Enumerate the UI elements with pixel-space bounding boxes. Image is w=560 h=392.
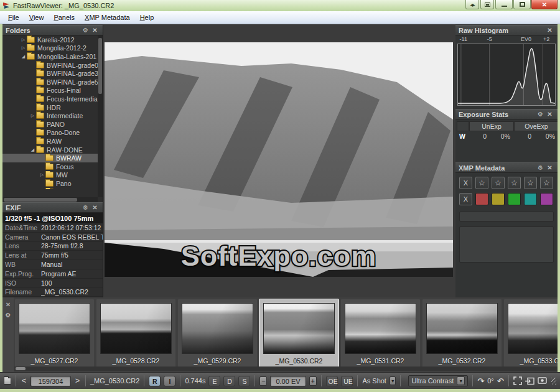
close-icon[interactable]: ✕ — [545, 111, 554, 118]
filmstrip-thumbnail[interactable]: _MG_0527.CR2 — [14, 299, 95, 368]
underexposure-toggle[interactable]: UE — [341, 376, 353, 386]
next-file-button[interactable]: > — [74, 376, 81, 385]
menu-item-help[interactable]: Help — [136, 12, 159, 22]
main-photo[interactable]: SoftExpo.com — [105, 42, 453, 277]
close-button[interactable]: ✕ — [531, 0, 558, 9]
folder-tree-item[interactable]: HDR — [2, 103, 98, 112]
gear-icon[interactable]: ⚙ — [536, 164, 545, 171]
folder-tree-item[interactable]: BWRAW — [2, 154, 98, 162]
maximize-button[interactable] — [513, 0, 531, 9]
resize-grip[interactable] — [551, 378, 556, 385]
xmp-label-input[interactable] — [459, 212, 554, 222]
star-rating-button[interactable]: ☆ — [540, 177, 553, 189]
folder-tree-item[interactable]: OO — [2, 188, 98, 189]
star-rating-button[interactable]: ☆ — [492, 177, 505, 189]
folder-label: BWFINAL-grade3 — [47, 70, 98, 77]
float-window-button[interactable] — [480, 0, 494, 9]
color-label-button[interactable] — [540, 193, 553, 205]
menu-item-panels[interactable]: Panels — [49, 12, 79, 22]
rotate-ccw-button[interactable]: ↶ — [497, 376, 504, 386]
star-rating-button[interactable]: ☆ — [475, 177, 488, 189]
chevron-collapsed-icon[interactable]: ▷ — [20, 45, 27, 50]
star-rating-button[interactable]: ☆ — [508, 177, 521, 189]
folder-tree-item[interactable]: Pano-Done — [2, 129, 98, 138]
menu-item-xmp-metadata[interactable]: XMP Metadata — [80, 12, 134, 22]
chevron-collapsed-icon[interactable]: ▷ — [29, 113, 36, 118]
chevron-expanded-icon[interactable]: ◢ — [29, 147, 36, 152]
menu-item-view[interactable]: View — [25, 12, 49, 22]
folder-tree-item[interactable]: BWFINAL-grade3 — [2, 69, 98, 78]
folder-tree-item[interactable]: BWFINAL-grade5 — [2, 78, 98, 86]
color-label-button[interactable] — [508, 193, 521, 205]
filmstrip-thumbnail[interactable]: _MG_0528.CR2 — [96, 299, 176, 368]
overexposure-toggle[interactable]: OE — [326, 376, 338, 386]
details-button[interactable]: D — [223, 376, 235, 386]
chevron-collapsed-icon[interactable]: ▷ — [20, 37, 27, 42]
close-icon[interactable]: ✕ — [545, 164, 554, 171]
switch-display-button[interactable] — [525, 376, 534, 386]
contrast-selector[interactable]: Ultra Contrast ▾ — [408, 375, 468, 386]
menu-item-file[interactable]: File — [4, 12, 24, 22]
raw-mode-button[interactable]: R — [149, 376, 161, 386]
filmstrip-thumbnail[interactable]: _MG_0533.CR2 — [503, 299, 558, 368]
color-label-button[interactable] — [475, 193, 488, 205]
folder-icon — [45, 155, 54, 161]
folders-horizontal-scrollbar[interactable] — [2, 197, 98, 202]
xmp-notes-field[interactable] — [459, 226, 554, 263]
ev-decrease-button[interactable]: − — [259, 376, 267, 386]
folder-tree-item[interactable]: ▷Mongolia-2012-2 — [2, 44, 98, 53]
file-counter: 159/304 — [30, 376, 71, 386]
close-icon[interactable]: ✕ — [90, 204, 100, 211]
filmstrip-thumbnail[interactable]: _MG_0530.CR2 — [259, 299, 339, 368]
contrast-dropdown[interactable]: ▾ — [457, 376, 465, 385]
filmstrip-scrollbar[interactable] — [14, 366, 558, 371]
folder-tree-item[interactable]: ▷Karelia-2012 — [2, 35, 98, 44]
gear-icon[interactable]: ⚙ — [6, 312, 11, 319]
chevron-collapsed-icon[interactable]: ▷ — [39, 172, 45, 177]
info-mode-button[interactable]: I — [164, 376, 175, 386]
folder-tree-item[interactable]: PANO — [2, 120, 98, 129]
folder-tree-item[interactable]: ◢Mongolia-Lakes-201 — [2, 52, 98, 61]
exposure-button[interactable]: E — [208, 376, 220, 386]
clear-rating-button[interactable]: X — [459, 177, 472, 189]
gear-icon[interactable]: ⚙ — [81, 27, 90, 34]
color-label-button[interactable] — [492, 193, 505, 205]
white-balance-dropdown[interactable]: ▾ — [390, 376, 396, 385]
filmstrip-thumbnail[interactable]: _MG_0529.CR2 — [177, 299, 258, 368]
star-rating-button[interactable]: ☆ — [524, 177, 537, 189]
color-label-button[interactable] — [524, 193, 537, 205]
exposure-stats-table: UnExp OveExp W 0 0% 0 0% — [455, 119, 558, 140]
folder-tree-item[interactable]: Focus — [2, 162, 98, 171]
folder-tree-item[interactable]: Pano — [2, 179, 98, 188]
compare-button[interactable]: ◀▶ — [465, 0, 479, 9]
previous-file-button[interactable]: < — [21, 376, 27, 385]
minimize-button[interactable] — [495, 0, 513, 9]
fullscreen-button[interactable] — [513, 376, 522, 386]
gear-icon[interactable]: ⚙ — [81, 204, 90, 211]
folders-vertical-scrollbar[interactable] — [98, 35, 103, 197]
folder-tree-item[interactable]: Focus-Intermedia — [2, 95, 98, 103]
rotate-cw-button[interactable]: ↷ — [477, 376, 484, 386]
folder-tree-item[interactable]: RAW — [2, 137, 98, 146]
folder-tree-item[interactable]: ▷Intermediate — [2, 111, 98, 120]
folder-label: OO — [56, 188, 66, 189]
folder-tree-item[interactable]: ▷MW — [2, 171, 98, 180]
folder-tree-item[interactable]: ◢RAW-DONE — [2, 146, 98, 154]
display-settings-button[interactable] — [538, 376, 547, 386]
folder-tree-item[interactable]: Focus-Final — [2, 86, 98, 95]
ev-increase-button[interactable]: + — [309, 376, 317, 386]
folder-tree-item[interactable]: BWFINAL-grade0 — [2, 61, 98, 70]
close-icon[interactable]: ✕ — [545, 27, 554, 34]
white-balance-value[interactable]: As Shot — [362, 377, 386, 385]
rotation-angle: 0° — [487, 377, 494, 385]
close-icon[interactable]: ✕ — [90, 27, 100, 34]
filmstrip-thumbnail[interactable]: _MG_0532.CR2 — [422, 299, 502, 368]
filmstrip-thumbnail[interactable]: _MG_0531.CR2 — [340, 299, 421, 368]
open-folder-icon[interactable] — [4, 378, 11, 385]
clear-color-label-button[interactable]: X — [459, 193, 472, 205]
chevron-expanded-icon[interactable]: ◢ — [20, 54, 27, 59]
contrast-value: Ultra Contrast — [411, 377, 454, 385]
shadows-button[interactable]: S — [238, 376, 250, 386]
gear-icon[interactable]: ⚙ — [536, 111, 545, 118]
close-icon[interactable]: ✕ — [6, 301, 11, 308]
